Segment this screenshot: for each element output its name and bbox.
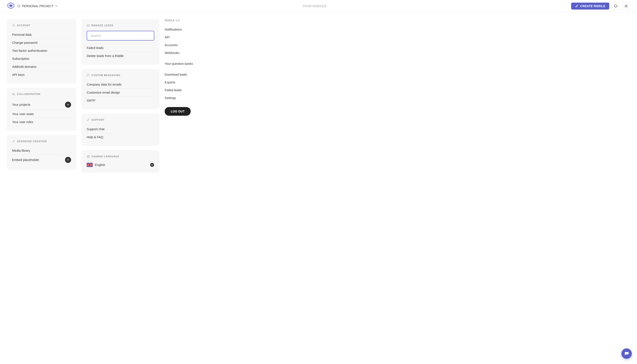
support-chat-link[interactable]: Support chat bbox=[87, 125, 154, 133]
your-user-seats-row: Your user seats bbox=[12, 110, 71, 118]
logo bbox=[7, 2, 15, 10]
media-library-row: Media library bbox=[12, 147, 71, 154]
riddle-failed-leads-link[interactable]: Failed leads bbox=[165, 86, 296, 94]
svg-point-6 bbox=[19, 6, 20, 7]
pencil-small-icon bbox=[12, 140, 15, 143]
chat-icon bbox=[87, 74, 90, 77]
svg-point-14 bbox=[150, 163, 154, 167]
customize-email-link[interactable]: Customize email design bbox=[87, 88, 154, 96]
custom-messaging-section: CUSTOM MESSAGING Company data for emails… bbox=[82, 69, 160, 109]
account-section: ACCOUNT Personal data Change password Tw… bbox=[7, 19, 76, 84]
account-icon bbox=[12, 24, 15, 27]
collaboration-section: COLLABORATION Your projects + Your user … bbox=[7, 88, 76, 131]
api-keys-link[interactable]: API keys bbox=[12, 71, 71, 79]
manage-leads-section: MANAGE LEADS Failed leads Delete leads f… bbox=[82, 19, 160, 64]
svg-point-3 bbox=[18, 5, 19, 6]
svg-point-4 bbox=[19, 5, 20, 6]
envelope-icon bbox=[87, 24, 90, 27]
pencil-icon bbox=[575, 4, 578, 8]
add-embed-button[interactable]: + bbox=[65, 157, 71, 163]
your-user-seats-label[interactable]: Your user seats bbox=[12, 112, 34, 116]
bell-icon bbox=[614, 4, 618, 8]
svg-point-7 bbox=[626, 6, 626, 6]
riddle-api-link[interactable]: API bbox=[165, 33, 296, 41]
center-column: MANAGE LEADS Failed leads Delete leads f… bbox=[82, 19, 160, 177]
riddle-section-title: RIDDLE 1.0 bbox=[165, 19, 296, 22]
right-column: RIDDLE 1.0 Notifications API Accounts We… bbox=[165, 19, 296, 177]
create-riddle-button[interactable]: CREATE RIDDLE bbox=[571, 2, 609, 10]
support-title: SUPPORT bbox=[87, 118, 154, 121]
your-projects-label[interactable]: Your projects bbox=[12, 103, 30, 106]
settings-button[interactable] bbox=[622, 2, 630, 10]
riddle-notifications-link[interactable]: Notifications bbox=[165, 26, 296, 33]
change-language-section: CHANGE LANGUAGE English bbox=[82, 150, 160, 173]
custom-messaging-title: CUSTOM MESSAGING bbox=[87, 74, 154, 77]
project-name: PERSONAL PROJECT bbox=[22, 4, 54, 8]
nav-center-label: YOUR RIDDLES bbox=[302, 4, 326, 8]
help-faq-link[interactable]: Help & FAQ bbox=[87, 133, 154, 141]
smtp-link[interactable]: SMTP bbox=[87, 96, 154, 104]
your-projects-row: Your projects + bbox=[12, 100, 71, 110]
language-left: English bbox=[87, 163, 105, 167]
change-language-title: CHANGE LANGUAGE bbox=[87, 155, 154, 158]
add-project-button[interactable]: + bbox=[65, 102, 71, 108]
search-wrapper bbox=[87, 31, 154, 40]
svg-point-8 bbox=[13, 24, 14, 26]
language-label: English bbox=[95, 163, 105, 166]
pencil-support-icon bbox=[87, 118, 90, 121]
language-selector-row[interactable]: English bbox=[87, 162, 154, 168]
add-edit-domains-link[interactable]: Add/edit domains bbox=[12, 62, 71, 71]
main-content: ACCOUNT Personal data Change password Tw… bbox=[0, 12, 303, 184]
header-right: CREATE RIDDLE bbox=[571, 2, 630, 10]
search-input[interactable] bbox=[87, 31, 154, 40]
svg-point-10 bbox=[14, 94, 15, 94]
gear-icon bbox=[624, 4, 628, 8]
support-section: SUPPORT Support chat Help & FAQ bbox=[82, 114, 160, 146]
svg-point-9 bbox=[12, 94, 13, 94]
advanced-creation-section-title: ADVANCED CREATION bbox=[12, 140, 71, 143]
riddle-section: RIDDLE 1.0 Notifications API Accounts We… bbox=[165, 19, 296, 116]
riddle-question-banks-link[interactable]: Your question banks bbox=[165, 60, 296, 68]
failed-leads-link[interactable]: Failed leads bbox=[87, 44, 154, 52]
change-password-link[interactable]: Change password bbox=[12, 38, 71, 46]
advanced-creation-section: ADVANCED CREATION Media library Embed pl… bbox=[7, 135, 76, 170]
embed-placeholder-row: Embed placeholder + bbox=[12, 154, 71, 165]
your-user-roles-row: Your user roles bbox=[12, 118, 71, 126]
project-selector[interactable]: PERSONAL PROJECT bbox=[17, 4, 58, 8]
header-left: PERSONAL PROJECT bbox=[7, 2, 58, 10]
globe-icon bbox=[87, 155, 90, 158]
svg-rect-11 bbox=[87, 25, 89, 26]
left-column: ACCOUNT Personal data Change password Tw… bbox=[7, 19, 76, 177]
riddle-settings-link[interactable]: Settings bbox=[165, 94, 296, 102]
notifications-button[interactable] bbox=[612, 2, 620, 10]
uk-flag-icon bbox=[87, 163, 93, 167]
manage-leads-title: MANAGE LEADS bbox=[87, 24, 154, 27]
embed-placeholder-label[interactable]: Embed placeholder bbox=[12, 158, 39, 162]
riddle-download-leads-link[interactable]: Download leads bbox=[165, 71, 296, 78]
your-user-roles-label[interactable]: Your user roles bbox=[12, 120, 33, 124]
personal-data-link[interactable]: Personal data bbox=[12, 31, 71, 38]
collaboration-section-title: COLLABORATION bbox=[12, 92, 71, 96]
logout-button[interactable]: LOG OUT bbox=[165, 107, 191, 116]
two-factor-auth-link[interactable]: Two-factor authentication bbox=[12, 46, 71, 54]
delete-leads-link[interactable]: Delete leads from a Riddle bbox=[87, 52, 154, 60]
riddle-webhooks-link[interactable]: Webhooks bbox=[165, 49, 296, 57]
svg-point-5 bbox=[18, 6, 19, 7]
collaboration-icon bbox=[12, 92, 15, 96]
company-data-link[interactable]: Company data for emails bbox=[87, 80, 154, 88]
media-library-label[interactable]: Media library bbox=[12, 149, 30, 152]
riddle-accounts-link[interactable]: Accounts bbox=[165, 41, 296, 49]
chevron-down-lang-icon bbox=[150, 163, 154, 167]
account-section-title: ACCOUNT bbox=[12, 24, 71, 27]
riddle-exports-link[interactable]: Exports bbox=[165, 78, 296, 86]
header: PERSONAL PROJECT YOUR RIDDLES CREATE RID… bbox=[0, 0, 637, 12]
subscription-link[interactable]: Subscription bbox=[12, 54, 71, 62]
project-icon bbox=[17, 4, 21, 8]
chevron-down-icon bbox=[55, 4, 58, 8]
